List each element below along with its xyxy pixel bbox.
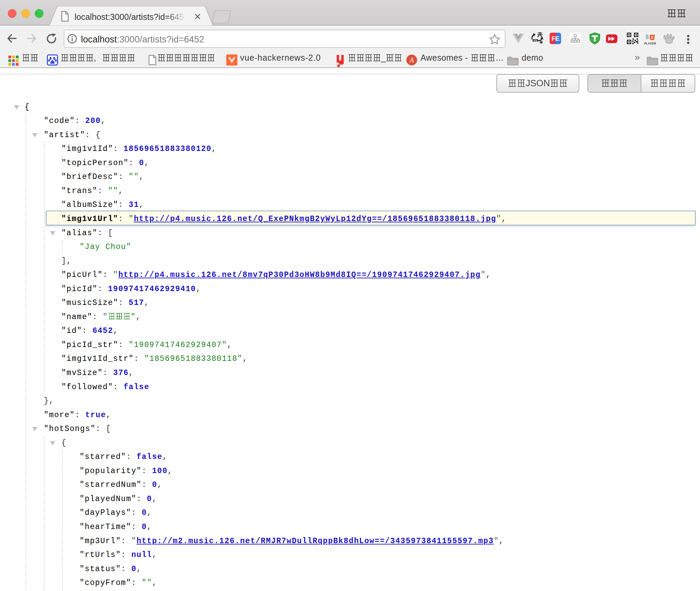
svg-text:FE: FE	[552, 35, 559, 42]
svg-text:PLAYER: PLAYER	[644, 42, 656, 45]
svg-text:A: A	[409, 56, 414, 64]
svg-text:en: en	[532, 37, 538, 43]
svg-text:5: 5	[651, 35, 653, 39]
